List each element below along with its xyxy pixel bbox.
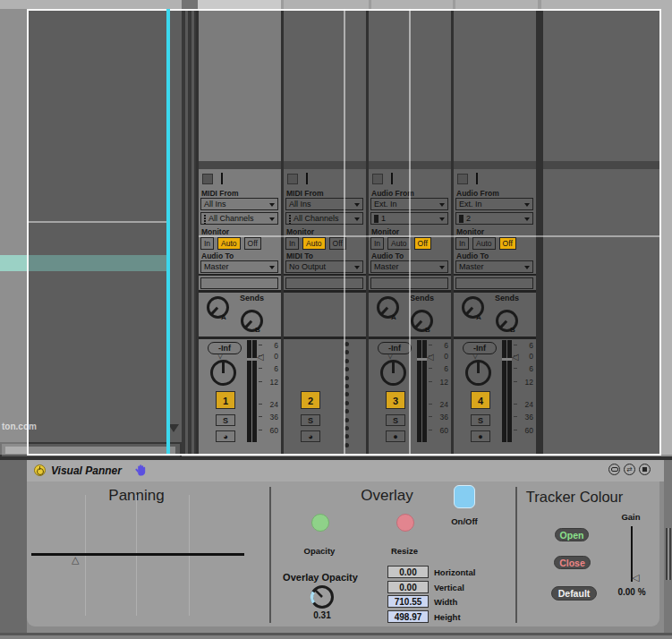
overlay-dim-top: [0, 0, 672, 9]
onoff-label: On/Off: [440, 516, 489, 526]
resize-label: Resize: [379, 546, 430, 556]
overlay-section-title: Overlay: [331, 487, 443, 505]
horizontal-field[interactable]: 0.00: [387, 566, 429, 578]
overlay-opacity-knob[interactable]: [308, 583, 336, 611]
overlay-onoff-button[interactable]: [454, 485, 475, 508]
number-field-label: Height: [434, 612, 461, 622]
hot-swap-glyph: ⇄: [626, 466, 632, 473]
ableton-session-view: ton.com MIDI From All Ins All Channels M…: [0, 0, 672, 456]
overlay-opacity-value: 0.31: [304, 610, 340, 620]
unfold-glyph: [611, 467, 618, 473]
section-divider: [515, 487, 517, 623]
number-field-label: Horizontal: [434, 567, 475, 577]
device-title: Visual Panner: [51, 464, 122, 477]
visual-panner-device-panel: Panning △ Overlay On/Off Opacity Resize …: [27, 481, 659, 626]
status-bar: [0, 635, 672, 639]
device-save-button[interactable]: [639, 464, 651, 475]
device-title-bar: Visual Panner ⇄: [27, 460, 664, 481]
opacity-button[interactable]: [311, 514, 329, 532]
panning-position-marker[interactable]: △: [72, 554, 79, 566]
device-view: Visual Panner ⇄ Panning △ Overlay On/Off…: [0, 456, 672, 639]
gain-slider-handle[interactable]: ◁: [632, 572, 639, 584]
max-hand-icon: [135, 464, 148, 481]
overlay-opacity-label: Overlay Opacity: [267, 572, 374, 583]
section-divider: [269, 487, 271, 623]
panning-axis-line: [31, 553, 244, 556]
device-power-button[interactable]: [34, 464, 46, 476]
overlay-frame-rectangle: [27, 9, 661, 456]
width-field[interactable]: 710.55: [387, 595, 429, 608]
panning-gridline: [189, 495, 190, 616]
device-view-left-margin: [0, 460, 27, 639]
number-field-label: Width: [434, 597, 457, 607]
panning-gridline: [136, 495, 137, 616]
device-unfold-button[interactable]: [608, 464, 620, 475]
gain-value: 0.00 %: [608, 587, 655, 597]
vertical-field[interactable]: 0.00: [387, 581, 429, 593]
scrollbar-handle-line: [668, 528, 669, 580]
panner-tracker-line: [166, 9, 170, 454]
open-button[interactable]: Open: [555, 528, 589, 541]
height-field[interactable]: 498.97: [387, 610, 429, 623]
overlay-dim-right: [659, 9, 672, 455]
panning-gridline: [85, 495, 86, 616]
device-view-scrollbar[interactable]: [664, 460, 672, 639]
tracker-section-title: Tracker Colour: [517, 489, 632, 506]
close-button[interactable]: Close: [554, 556, 591, 569]
save-glyph: [642, 467, 648, 473]
device-scrollbar-handle[interactable]: [666, 528, 671, 580]
resize-button[interactable]: [396, 514, 414, 532]
opacity-label: Opacity: [293, 546, 346, 556]
device-hot-swap-button[interactable]: ⇄: [624, 464, 635, 475]
number-field-label: Vertical: [434, 583, 464, 592]
default-button[interactable]: Default: [551, 586, 597, 601]
overlay-dim-left: [0, 9, 27, 455]
gain-label: Gain: [613, 512, 649, 522]
teal-highlight-band: [0, 255, 27, 271]
